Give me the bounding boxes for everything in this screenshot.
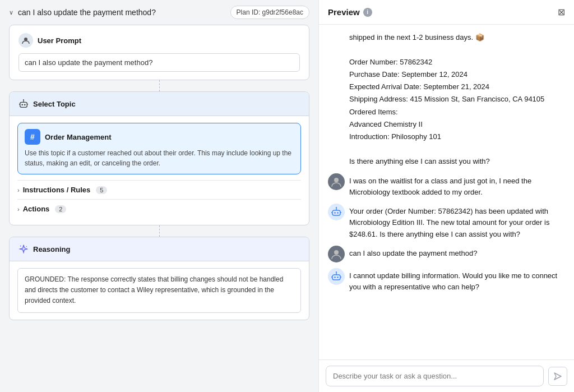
user-prompt-text: can I also update the payment method? — [18, 53, 300, 72]
info-icon: i — [363, 8, 372, 17]
system-line-1: shipped in the next 1-2 business days. 📦 — [349, 31, 565, 44]
preview-header: Preview i ⊠ — [319, 0, 574, 25]
reasoning-title: Reasoning — [33, 245, 70, 253]
chat-message-bot-2: I cannot update billing information. Wou… — [328, 268, 565, 293]
order-mgmt-desc: Use this topic if a customer reached out… — [25, 148, 294, 168]
select-topic-title: Select Topic — [33, 100, 76, 108]
system-line-7: Advanced Chemistry II — [349, 118, 565, 131]
system-line-5: Shipping Address: 415 Mission St, San Fr… — [349, 93, 565, 105]
chat-message-user-2: can I also update the payment method? — [328, 246, 565, 262]
user-avatar-1 — [328, 173, 345, 190]
plan-id-badge: Plan ID: g9dr2f56e8ac — [230, 6, 309, 19]
instructions-rules-label: Instructions / Rules — [23, 186, 91, 194]
svg-point-11 — [336, 207, 337, 208]
chat-text-bot-1: Your order (Order Number: 57862342) has … — [349, 204, 565, 239]
right-panel: Preview i ⊠ shipped in the next 1-2 busi… — [318, 0, 574, 392]
user-avatar-2 — [328, 246, 345, 262]
chat-message-user-1: I was on the waitlist for a class and ju… — [328, 173, 565, 198]
reasoning-body: GROUNDED: The response correctly states … — [10, 261, 309, 320]
system-text-block: shipped in the next 1-2 business days. 📦… — [328, 31, 565, 168]
top-bar-title: can I also update the payment method? — [18, 8, 156, 17]
chat-text-user-1: I was on the waitlist for a class and ju… — [349, 173, 565, 198]
svg-rect-13 — [332, 275, 340, 280]
send-icon — [553, 372, 562, 381]
system-line-6: Ordered Items: — [349, 106, 565, 118]
actions-row[interactable]: › Actions 2 — [17, 199, 301, 218]
connector-1 — [159, 80, 160, 91]
chat-text-bot-2: I cannot update billing information. Wou… — [349, 268, 565, 293]
reasoning-text: GROUNDED: The response correctly states … — [17, 268, 301, 313]
order-mgmt-header: # Order Management — [25, 129, 294, 145]
system-line-4: Expected Arrival Date: September 21, 202… — [349, 81, 565, 93]
preview-title: Preview — [328, 7, 360, 17]
top-bar: ∨ can I also update the payment method? … — [0, 0, 318, 25]
svg-point-15 — [337, 276, 339, 278]
chevron-right-icon-1: › — [17, 187, 20, 193]
svg-rect-8 — [332, 210, 340, 215]
select-topic-header: Select Topic — [10, 92, 309, 116]
svg-point-6 — [26, 246, 27, 247]
chat-input-area — [319, 359, 574, 392]
system-line-8: Introduction: Philosophy 101 — [349, 131, 565, 143]
system-line-9: Is there anything else I can assist you … — [349, 155, 565, 168]
system-line-2: Order Number: 57862342 — [349, 56, 565, 68]
instructions-count-badge: 5 — [96, 186, 107, 194]
topic-body: # Order Management Use this topic if a c… — [10, 116, 309, 225]
user-icon — [18, 33, 33, 48]
svg-point-12 — [334, 250, 339, 255]
chat-message-bot-1: Your order (Order Number: 57862342) has … — [328, 204, 565, 239]
user-prompt-title: User Prompt — [38, 36, 81, 45]
chat-input[interactable] — [326, 366, 544, 386]
svg-point-7 — [334, 178, 339, 182]
chevron-right-icon-2: › — [17, 206, 20, 213]
svg-point-9 — [334, 213, 336, 214]
actions-count-badge: 2 — [55, 205, 66, 213]
bot-avatar-1 — [328, 204, 345, 220]
close-icon[interactable]: ⊠ — [558, 7, 565, 17]
send-button[interactable] — [548, 367, 567, 386]
reasoning-header: Reasoning — [10, 237, 309, 261]
svg-point-14 — [334, 276, 336, 278]
order-management-card: # Order Management Use this topic if a c… — [17, 123, 301, 174]
reasoning-card: Reasoning GROUNDED: The response correct… — [9, 237, 309, 320]
left-panel: ∨ can I also update the payment method? … — [0, 0, 318, 392]
svg-point-10 — [337, 213, 339, 214]
bot-avatar-2 — [328, 268, 345, 285]
hash-icon: # — [25, 129, 40, 145]
connector-2 — [159, 225, 160, 237]
svg-rect-1 — [20, 102, 27, 107]
svg-point-4 — [23, 99, 24, 100]
preview-title-row: Preview i — [328, 7, 372, 17]
sparkle-icon — [18, 244, 29, 254]
user-prompt-card: User Prompt can I also update the paymen… — [9, 25, 309, 80]
top-bar-left: ∨ can I also update the payment method? — [9, 8, 156, 17]
chevron-down-icon[interactable]: ∨ — [9, 9, 13, 16]
svg-point-2 — [21, 104, 23, 105]
actions-label: Actions — [23, 205, 50, 213]
system-line-3: Purchase Date: September 12, 2024 — [349, 68, 565, 81]
svg-point-3 — [24, 104, 26, 105]
svg-point-16 — [336, 271, 337, 273]
content-area: User Prompt can I also update the paymen… — [0, 25, 318, 320]
instructions-rules-row[interactable]: › Instructions / Rules 5 — [17, 180, 301, 199]
user-prompt-header: User Prompt — [18, 33, 300, 48]
svg-point-5 — [20, 246, 21, 247]
bot-icon — [18, 99, 29, 109]
order-mgmt-title: Order Management — [45, 133, 111, 141]
chat-text-user-2: can I also update the payment method? — [349, 246, 565, 259]
svg-point-0 — [24, 38, 27, 41]
select-topic-card: Select Topic # Order Management Use this… — [9, 91, 309, 225]
chat-area: shipped in the next 1-2 business days. 📦… — [319, 25, 574, 359]
